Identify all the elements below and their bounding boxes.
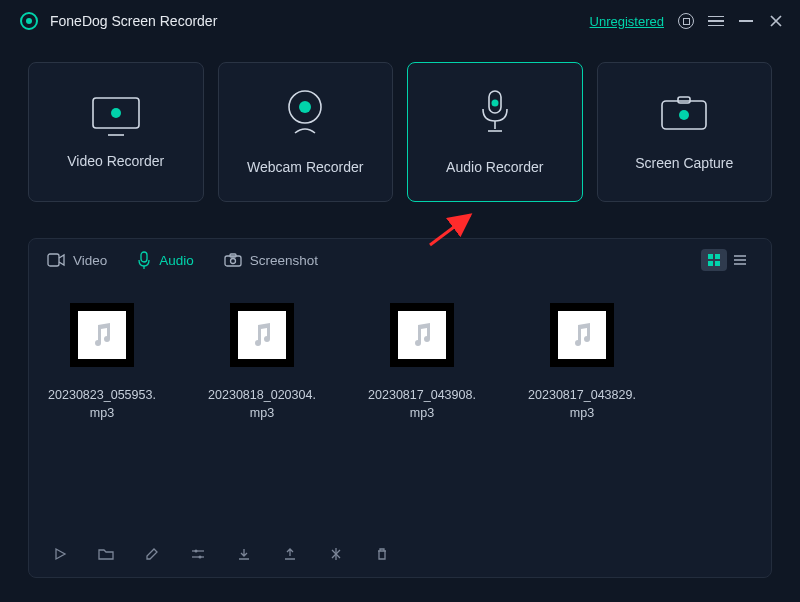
svg-point-6 bbox=[491, 100, 498, 107]
file-thumbnail bbox=[70, 303, 134, 367]
video-recorder-card[interactable]: Video Recorder bbox=[28, 62, 204, 202]
file-item[interactable]: 20230817_043908.mp3 bbox=[367, 303, 477, 535]
webcam-recorder-icon bbox=[279, 89, 331, 137]
view-toggle bbox=[701, 249, 753, 271]
svg-rect-12 bbox=[48, 254, 59, 266]
svg-rect-10 bbox=[678, 97, 690, 103]
tabs-left: Video Audio Screenshot bbox=[47, 251, 318, 269]
tab-screenshot[interactable]: Screenshot bbox=[224, 251, 318, 269]
webcam-recorder-label: Webcam Recorder bbox=[247, 159, 363, 175]
webcam-recorder-card[interactable]: Webcam Recorder bbox=[218, 62, 394, 202]
recordings-panel: Video Audio Screenshot 20230823_055953.m… bbox=[28, 238, 772, 578]
list-view-button[interactable] bbox=[727, 249, 753, 271]
unregistered-link[interactable]: Unregistered bbox=[590, 14, 664, 29]
tab-audio[interactable]: Audio bbox=[137, 251, 194, 269]
bottom-toolbar bbox=[29, 535, 771, 577]
file-name: 20230823_055953.mp3 bbox=[47, 387, 157, 422]
file-grid: 20230823_055953.mp3 20230818_020304.mp3 … bbox=[29, 279, 771, 535]
sliders-icon[interactable] bbox=[189, 545, 207, 563]
settings-icon[interactable] bbox=[678, 13, 694, 29]
compress-icon[interactable] bbox=[327, 545, 345, 563]
music-note-icon bbox=[568, 321, 596, 349]
file-item[interactable]: 20230818_020304.mp3 bbox=[207, 303, 317, 535]
file-thumbnail bbox=[390, 303, 454, 367]
screen-capture-card[interactable]: Screen Capture bbox=[597, 62, 773, 202]
title-left: FoneDog Screen Recorder bbox=[20, 12, 217, 30]
file-thumbnail bbox=[230, 303, 294, 367]
tab-audio-label: Audio bbox=[159, 253, 194, 268]
svg-point-11 bbox=[679, 110, 689, 120]
svg-rect-21 bbox=[715, 261, 720, 266]
audio-recorder-icon bbox=[475, 89, 515, 137]
app-title: FoneDog Screen Recorder bbox=[50, 13, 217, 29]
file-name: 20230818_020304.mp3 bbox=[207, 387, 317, 422]
title-right: Unregistered bbox=[590, 13, 784, 29]
svg-rect-19 bbox=[715, 254, 720, 259]
grid-view-button[interactable] bbox=[701, 249, 727, 271]
svg-point-28 bbox=[199, 556, 202, 559]
edit-icon[interactable] bbox=[143, 545, 161, 563]
audio-tab-icon bbox=[137, 251, 151, 269]
close-icon[interactable] bbox=[768, 13, 784, 29]
screen-capture-icon bbox=[658, 93, 710, 133]
svg-rect-18 bbox=[708, 254, 713, 259]
music-note-icon bbox=[408, 321, 436, 349]
svg-rect-13 bbox=[141, 252, 147, 262]
svg-point-26 bbox=[195, 550, 198, 553]
play-icon[interactable] bbox=[51, 545, 69, 563]
audio-recorder-label: Audio Recorder bbox=[446, 159, 543, 175]
svg-point-1 bbox=[111, 108, 121, 118]
video-tab-icon bbox=[47, 253, 65, 267]
video-recorder-icon bbox=[90, 95, 142, 131]
trash-icon[interactable] bbox=[373, 545, 391, 563]
download-icon[interactable] bbox=[235, 545, 253, 563]
tab-video[interactable]: Video bbox=[47, 251, 107, 269]
screenshot-tab-icon bbox=[224, 253, 242, 267]
audio-recorder-card[interactable]: Audio Recorder bbox=[407, 62, 583, 202]
screen-capture-label: Screen Capture bbox=[635, 155, 733, 171]
folder-icon[interactable] bbox=[97, 545, 115, 563]
menu-icon[interactable] bbox=[708, 13, 724, 29]
app-logo-icon bbox=[20, 12, 38, 30]
music-note-icon bbox=[88, 321, 116, 349]
tab-video-label: Video bbox=[73, 253, 107, 268]
titlebar: FoneDog Screen Recorder Unregistered bbox=[0, 0, 800, 44]
mode-row: Video Recorder Webcam Recorder Audio Rec… bbox=[0, 44, 800, 202]
tab-screenshot-label: Screenshot bbox=[250, 253, 318, 268]
svg-point-17 bbox=[230, 259, 235, 264]
music-note-icon bbox=[248, 321, 276, 349]
svg-point-4 bbox=[299, 101, 311, 113]
minimize-icon[interactable] bbox=[738, 13, 754, 29]
share-icon[interactable] bbox=[281, 545, 299, 563]
file-item[interactable]: 20230823_055953.mp3 bbox=[47, 303, 157, 535]
video-recorder-label: Video Recorder bbox=[67, 153, 164, 169]
file-item[interactable]: 20230817_043829.mp3 bbox=[527, 303, 637, 535]
svg-rect-20 bbox=[708, 261, 713, 266]
tabs-bar: Video Audio Screenshot bbox=[29, 239, 771, 279]
file-name: 20230817_043908.mp3 bbox=[367, 387, 477, 422]
file-thumbnail bbox=[550, 303, 614, 367]
file-name: 20230817_043829.mp3 bbox=[527, 387, 637, 422]
